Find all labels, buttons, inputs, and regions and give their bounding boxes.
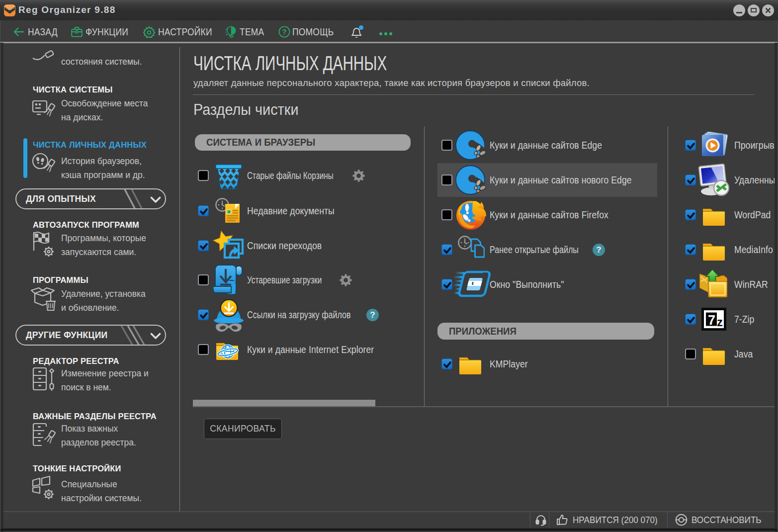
svg-text:?: ? [282, 27, 286, 36]
svg-text:z: z [717, 315, 723, 329]
svg-text:7: 7 [708, 313, 715, 328]
